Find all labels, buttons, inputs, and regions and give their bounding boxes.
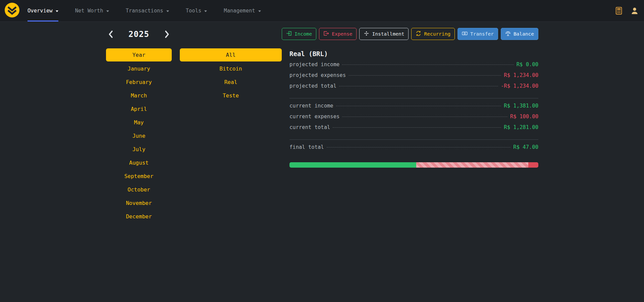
row-value: R$ 100.00 <box>510 114 538 120</box>
filter-label: Installment <box>372 31 404 37</box>
month-item-july[interactable]: July <box>106 142 172 156</box>
month-item-june[interactable]: June <box>106 129 172 142</box>
filter-label: Expense <box>332 31 352 37</box>
nav-item-label: Overview <box>28 8 53 14</box>
month-item-august[interactable]: August <box>106 156 172 169</box>
transfer-filter-button[interactable]: Transfer <box>458 28 498 40</box>
row-label: current expenses <box>289 114 339 120</box>
nav-item-net-worth[interactable]: Net Worth <box>75 0 109 21</box>
row-value: R$ 47.00 <box>513 144 538 150</box>
months-column: Year January February March April May Ju… <box>106 48 172 223</box>
navbar-actions <box>614 0 639 21</box>
nav-item-tools[interactable]: Tools <box>186 0 207 21</box>
month-item-january[interactable]: January <box>106 62 172 75</box>
dotted-leader <box>339 86 498 86</box>
wallet-item-teste[interactable]: Teste <box>180 89 282 102</box>
chevron-down-icon <box>106 10 109 12</box>
row-value: -R$ 1,234.00 <box>501 83 538 89</box>
installment-filter-button[interactable]: Installment <box>359 28 409 40</box>
dotted-leader <box>342 64 514 65</box>
year-navigation: 2025 <box>106 29 172 40</box>
nav-item-label: Net Worth <box>75 8 103 14</box>
expense-filter-button[interactable]: Expense <box>319 28 357 40</box>
dotted-leader <box>348 75 501 76</box>
month-item-october[interactable]: October <box>106 183 172 196</box>
nav-item-management[interactable]: Management <box>224 0 261 21</box>
chevron-down-icon <box>204 10 207 12</box>
row-value: R$ 1,381.00 <box>504 103 538 109</box>
calculator-icon <box>615 11 623 16</box>
month-item-december[interactable]: December <box>106 210 172 223</box>
box-arrow-out-icon <box>323 31 329 37</box>
summary-row-projected-total: projected total -R$ 1,234.00 <box>289 83 538 94</box>
row-label: current income <box>289 103 333 109</box>
wallets-column: All Bitcoin Real Teste <box>180 48 282 102</box>
year-filter-button[interactable]: Year <box>106 48 172 61</box>
summary-row-projected-income: projected income R$ 0.00 <box>289 61 538 72</box>
nav-item-label: Management <box>224 8 255 14</box>
chevron-right-icon <box>165 34 170 39</box>
progress-expense-striped-segment <box>416 162 528 168</box>
period-selector-panel: 2025 Year January February March April M… <box>106 29 282 223</box>
app-logo[interactable] <box>5 0 19 21</box>
dotted-leader <box>327 147 511 147</box>
row-label: final total <box>289 144 324 150</box>
row-label: projected total <box>289 83 336 89</box>
box-arrow-in-icon <box>286 31 292 37</box>
row-value: R$ 1,234.00 <box>504 72 538 78</box>
summary-row-current-total: current total R$ 1,281.00 <box>289 124 538 135</box>
cash-icon <box>462 31 468 37</box>
nav-item-overview[interactable]: Overview <box>28 0 58 21</box>
month-item-april[interactable]: April <box>106 102 172 116</box>
previous-year-button[interactable] <box>107 29 114 40</box>
chevron-left-icon <box>108 34 113 39</box>
summary-panel: Income Expense <box>289 28 538 168</box>
row-value: R$ 1,281.00 <box>504 124 538 130</box>
balance-filter-button[interactable]: Balance <box>501 28 538 40</box>
month-item-february[interactable]: February <box>106 75 172 89</box>
row-value: R$ 0.00 <box>517 61 538 68</box>
summary-row-final-total: final total R$ 47.00 <box>289 144 538 155</box>
divider <box>289 139 538 140</box>
divide-icon <box>364 31 369 37</box>
wallet-item-bitcoin[interactable]: Bitcoin <box>180 62 282 75</box>
income-filter-button[interactable]: Income <box>282 28 316 40</box>
transaction-type-filters: Income Expense <box>289 28 538 40</box>
currency-title: Real (BRL) <box>289 50 538 57</box>
progress-expense-solid-segment <box>528 162 538 168</box>
filter-label: Transfer <box>470 31 494 37</box>
income-expense-progress-bar <box>289 162 538 168</box>
recurring-filter-button[interactable]: Recurring <box>411 28 455 40</box>
year-label: 2025 <box>128 30 149 39</box>
main-nav: Overview Net Worth Transactions Tools Ma… <box>28 0 261 21</box>
repeat-icon <box>416 31 421 37</box>
summary-row-current-income: current income R$ 1,381.00 <box>289 103 538 114</box>
user-profile-button[interactable] <box>630 6 639 15</box>
top-navbar: Overview Net Worth Transactions Tools Ma… <box>0 0 644 22</box>
user-icon <box>631 11 639 16</box>
chevron-down-icon <box>56 10 58 12</box>
month-item-may[interactable]: May <box>106 116 172 129</box>
filter-label: Recurring <box>424 31 450 37</box>
wallet-item-real[interactable]: Real <box>180 75 282 89</box>
logo-icon <box>5 3 19 19</box>
dotted-leader <box>342 117 507 117</box>
filter-label: Balance <box>514 31 534 37</box>
row-label: projected income <box>289 61 339 68</box>
month-item-september[interactable]: September <box>106 169 172 183</box>
scales-icon <box>505 31 511 37</box>
next-year-button[interactable] <box>163 29 171 40</box>
filter-label: Income <box>294 31 312 37</box>
all-wallets-button[interactable]: All <box>180 48 282 61</box>
progress-income-segment <box>289 162 416 168</box>
nav-item-transactions[interactable]: Transactions <box>126 0 169 21</box>
calculator-button[interactable] <box>614 6 623 15</box>
month-item-march[interactable]: March <box>106 89 172 102</box>
chevron-down-icon <box>166 10 169 12</box>
row-label: projected expenses <box>289 72 346 78</box>
row-label: current total <box>289 124 330 130</box>
nav-item-label: Tools <box>186 8 202 14</box>
month-item-november[interactable]: November <box>106 196 172 210</box>
chevron-down-icon <box>258 10 261 12</box>
summary-row-projected-expenses: projected expenses R$ 1,234.00 <box>289 72 538 83</box>
